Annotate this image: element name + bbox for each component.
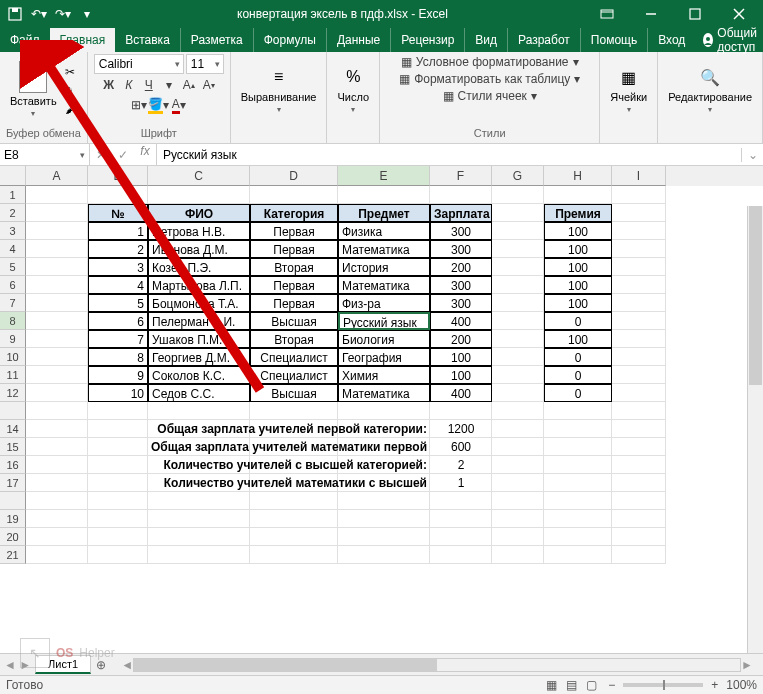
cell-cat-6[interactable]: Вторая [250, 330, 338, 348]
row-header-10[interactable]: 10 [0, 348, 26, 366]
cell-subj-3[interactable]: Математика [338, 276, 430, 294]
cell-bon-9[interactable]: 0 [544, 384, 612, 402]
tab-home[interactable]: Главная [50, 28, 116, 52]
cell-bon-4[interactable]: 100 [544, 294, 612, 312]
page-break-icon[interactable]: ▢ [582, 678, 600, 692]
col-header-B[interactable]: B [88, 166, 148, 186]
horizontal-scrollbar[interactable]: ◄ ► [111, 658, 763, 672]
row-header-11[interactable]: 11 [0, 366, 26, 384]
row-header-19[interactable]: 19 [0, 510, 26, 528]
cell-subj-0[interactable]: Физика [338, 222, 430, 240]
cell-bon-7[interactable]: 0 [544, 348, 612, 366]
qat-customize-icon[interactable]: ▾ [76, 3, 98, 25]
summary-val-1[interactable]: 600 [430, 438, 492, 456]
col-header-A[interactable]: A [26, 166, 88, 186]
header-b[interactable]: № [88, 204, 148, 222]
col-header-E[interactable]: E [338, 166, 430, 186]
cells-button[interactable]: ▦ Ячейки ▾ [606, 63, 651, 116]
summary-val-0[interactable]: 1200 [430, 420, 492, 438]
vscroll-thumb[interactable] [749, 206, 762, 385]
cell-sal-6[interactable]: 200 [430, 330, 492, 348]
number-button[interactable]: % Число ▾ [333, 63, 373, 116]
row-header-17[interactable]: 17 [0, 474, 26, 492]
cell-bon-0[interactable]: 100 [544, 222, 612, 240]
tab-developer[interactable]: Разработ [508, 28, 581, 52]
cell-subj-4[interactable]: Физ-ра [338, 294, 430, 312]
col-header-H[interactable]: H [544, 166, 612, 186]
expand-formula-icon[interactable]: ⌄ [741, 148, 763, 162]
cell-n-4[interactable]: 5 [88, 294, 148, 312]
cell-bon-1[interactable]: 100 [544, 240, 612, 258]
alignment-button[interactable]: ≡ Выравнивание ▾ [237, 63, 321, 116]
normal-view-icon[interactable]: ▦ [542, 678, 560, 692]
summary-label-2[interactable]: Количество учителей с высшей категорией: [148, 456, 430, 474]
editing-button[interactable]: 🔍 Редактирование ▾ [664, 63, 756, 116]
cell-bon-6[interactable]: 100 [544, 330, 612, 348]
cell-fio-7[interactable]: Георгиев Д.М. [148, 348, 250, 366]
maximize-icon[interactable] [675, 1, 715, 27]
cell-n-1[interactable]: 2 [88, 240, 148, 258]
tab-review[interactable]: Рецензир [391, 28, 465, 52]
col-header-C[interactable]: C [148, 166, 250, 186]
cells-area[interactable]: №ФИОКатегорияПредметЗарплатаПремия1Петро… [26, 186, 763, 653]
header-c[interactable]: ФИО [148, 204, 250, 222]
borders-icon[interactable]: ⊞▾ [130, 96, 148, 114]
cell-cat-2[interactable]: Вторая [250, 258, 338, 276]
row-header-20[interactable]: 20 [0, 528, 26, 546]
header-f[interactable]: Зарплата [430, 204, 492, 222]
summary-label-0[interactable]: Общая зарплата учителей первой категории… [148, 420, 430, 438]
zoom-slider[interactable] [623, 683, 703, 687]
tab-insert[interactable]: Вставка [115, 28, 181, 52]
cell-n-2[interactable]: 3 [88, 258, 148, 276]
zoom-level[interactable]: 100% [726, 678, 757, 692]
cell-fio-8[interactable]: Соколов К.С. [148, 366, 250, 384]
save-icon[interactable] [4, 3, 26, 25]
format-painter-icon[interactable]: 🖌 [65, 103, 76, 115]
cell-fio-1[interactable]: Иванова Д.М. [148, 240, 250, 258]
row-header-21[interactable]: 21 [0, 546, 26, 564]
cell-cat-3[interactable]: Первая [250, 276, 338, 294]
page-layout-icon[interactable]: ▤ [562, 678, 580, 692]
cell-sal-7[interactable]: 100 [430, 348, 492, 366]
row-header-1[interactable]: 1 [0, 186, 26, 204]
cell-sal-8[interactable]: 100 [430, 366, 492, 384]
zoom-in-icon[interactable]: + [711, 678, 718, 692]
cell-n-0[interactable]: 1 [88, 222, 148, 240]
cell-sal-5[interactable]: 400 [430, 312, 492, 330]
row-header-4[interactable]: 4 [0, 240, 26, 258]
cell-sal-0[interactable]: 300 [430, 222, 492, 240]
row-header-7[interactable]: 7 [0, 294, 26, 312]
cell-cat-0[interactable]: Первая [250, 222, 338, 240]
summary-label-1[interactable]: Общая зарплата учителей математики перво… [148, 438, 430, 456]
cell-cat-7[interactable]: Специалист [250, 348, 338, 366]
cell-n-8[interactable]: 9 [88, 366, 148, 384]
copy-icon[interactable]: ⎘ [65, 85, 76, 97]
cancel-formula-icon[interactable]: ✕ [90, 144, 112, 166]
font-size-select[interactable]: 11 [186, 54, 224, 74]
paste-button[interactable]: Вставить ▾ [6, 59, 61, 120]
row-header-5[interactable]: 5 [0, 258, 26, 276]
tab-help[interactable]: Помощь [581, 28, 648, 52]
cell-n-6[interactable]: 7 [88, 330, 148, 348]
cell-subj-7[interactable]: География [338, 348, 430, 366]
hscroll-thumb[interactable] [134, 659, 437, 671]
fx-icon[interactable]: fx [134, 144, 156, 166]
cell-cat-1[interactable]: Первая [250, 240, 338, 258]
cell-fio-0[interactable]: Петрова Н.В. [148, 222, 250, 240]
cell-subj-9[interactable]: Математика [338, 384, 430, 402]
cell-sal-4[interactable]: 300 [430, 294, 492, 312]
share-button[interactable]: Общий доступ [695, 28, 763, 52]
row-header-8[interactable]: 8 [0, 312, 26, 330]
cell-n-3[interactable]: 4 [88, 276, 148, 294]
row-header-blank-12[interactable] [0, 402, 26, 420]
row-header-2[interactable]: 2 [0, 204, 26, 222]
cell-bon-2[interactable]: 100 [544, 258, 612, 276]
col-header-D[interactable]: D [250, 166, 338, 186]
cell-n-9[interactable]: 10 [88, 384, 148, 402]
tab-login[interactable]: Вход [648, 28, 695, 52]
cell-sal-2[interactable]: 200 [430, 258, 492, 276]
cell-sal-3[interactable]: 300 [430, 276, 492, 294]
underline-button[interactable]: Ч [140, 76, 158, 94]
font-name-select[interactable]: Calibri [94, 54, 184, 74]
row-header-3[interactable]: 3 [0, 222, 26, 240]
